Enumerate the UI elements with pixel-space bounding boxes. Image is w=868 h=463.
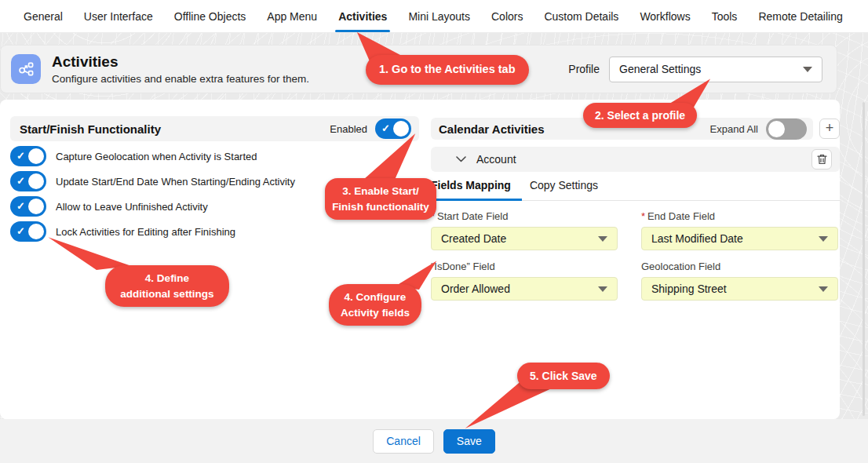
- callout-text: 2. Select a profile: [595, 108, 685, 123]
- required-marker: *: [641, 210, 645, 222]
- select-value: Shipping Street: [651, 283, 727, 295]
- calendar-activities-title: Calendar Activities: [439, 122, 545, 136]
- toggle-knob: [28, 199, 44, 214]
- object-name: Account: [476, 153, 811, 166]
- page-background: Activities Configure activities and enab…: [0, 33, 868, 463]
- chevron-down-icon: [819, 286, 828, 292]
- tab-activities[interactable]: Activities: [338, 0, 387, 33]
- enabled-group: Enabled ✓: [330, 118, 411, 139]
- check-icon: ✓: [16, 200, 25, 212]
- tab-remote-detailing[interactable]: Remote Detailing: [758, 0, 842, 33]
- tab-general[interactable]: General: [24, 0, 63, 33]
- toggle-row: ✓ Lock Activities for Editing after Fini…: [10, 221, 419, 242]
- tab-tools[interactable]: Tools: [712, 0, 738, 33]
- activities-app-icon: [11, 54, 41, 84]
- calendar-activities-section: Calendar Activities Expand All + Acc: [431, 118, 840, 301]
- add-object-button[interactable]: +: [819, 118, 840, 139]
- settings-tab-bar: General User Interface Offline Objects A…: [0, 0, 868, 33]
- callout-text: additional settings: [120, 286, 213, 302]
- select-value: Created Date: [441, 232, 506, 245]
- field-label: *End Date Field: [641, 210, 838, 222]
- profile-label: Profile: [568, 63, 600, 75]
- toggle-knob: [28, 148, 44, 164]
- toggle-knob: [28, 224, 44, 239]
- callout-text: 1. Go to the Activities tab: [379, 61, 516, 78]
- callout-step-1: 1. Go to the Activities tab: [366, 55, 529, 85]
- main-panel: Start/Finish Functionality Enabled ✓ ✓ C…: [0, 100, 840, 419]
- callout-step-4-configure: 4. Configure Activity fields: [329, 284, 421, 326]
- start-date-field-select[interactable]: Created Date: [431, 227, 618, 250]
- tab-custom-details[interactable]: Custom Details: [544, 0, 618, 33]
- profile-select[interactable]: General Settings: [609, 57, 822, 82]
- fields-mapping-grid: *Start Date Field Created Date *End Date…: [431, 210, 840, 301]
- toggle-knob: [393, 121, 409, 137]
- enabled-label: Enabled: [330, 123, 367, 135]
- cancel-button[interactable]: Cancel: [373, 429, 434, 454]
- end-date-field-select[interactable]: Last Modified Date: [641, 227, 838, 250]
- subtab-copy-settings[interactable]: Copy Settings: [530, 179, 598, 200]
- capture-geolocation-toggle[interactable]: ✓: [10, 146, 46, 166]
- field-label: Geolocation Field: [641, 261, 838, 272]
- toggle-label: Allow to Leave Unfinished Activity: [56, 201, 208, 213]
- field-end-date: *End Date Field Last Modified Date: [641, 210, 838, 250]
- toggle-knob: [768, 121, 785, 137]
- select-value: Last Modified Date: [651, 232, 743, 245]
- toggle-row: ✓ Capture Geolocation when Activity is S…: [10, 146, 419, 166]
- toggle-label: Lock Activities for Editing after Finish…: [56, 226, 235, 238]
- callout-text: Activity fields: [341, 305, 410, 321]
- chevron-down-icon: [819, 236, 828, 242]
- profile-select-value: General Settings: [619, 63, 701, 75]
- toggle-label: Update Start/End Date When Starting/Endi…: [56, 176, 295, 188]
- plus-icon: +: [826, 121, 834, 135]
- check-icon: ✓: [16, 150, 25, 162]
- toggle-label: Capture Geolocation when Activity is Sta…: [56, 151, 257, 162]
- delete-object-button[interactable]: [811, 149, 832, 170]
- tab-mini-layouts[interactable]: Mini Layouts: [408, 0, 470, 33]
- chevron-down-icon: [598, 286, 607, 292]
- tab-app-menu[interactable]: App Menu: [267, 0, 317, 33]
- lock-activities-toggle[interactable]: ✓: [10, 221, 46, 242]
- enabled-toggle[interactable]: ✓: [375, 118, 411, 139]
- check-icon: ✓: [16, 225, 25, 237]
- expand-all-toggle[interactable]: [766, 118, 807, 140]
- callout-text: Finish functionality: [332, 199, 429, 215]
- tab-user-interface[interactable]: User Interface: [84, 0, 153, 33]
- field-isdone: “IsDone” Field Order Allowed: [431, 261, 618, 301]
- callout-text: 4. Configure: [345, 290, 407, 305]
- chevron-down-icon: [803, 67, 812, 72]
- expand-all-group: Expand All: [710, 118, 807, 140]
- chevron-down-icon: [598, 236, 607, 242]
- profile-row: Profile General Settings: [568, 57, 822, 82]
- tab-offline-objects[interactable]: Offline Objects: [174, 0, 246, 33]
- start-finish-title: Start/Finish Functionality: [20, 122, 161, 136]
- share-hierarchy-icon: [16, 60, 35, 78]
- expand-all-label: Expand All: [710, 123, 758, 135]
- callout-step-3: 3. Enable Start/ Finish functionality: [325, 178, 436, 220]
- geolocation-field-select[interactable]: Shipping Street: [641, 277, 838, 301]
- field-geolocation: Geolocation Field Shipping Street: [641, 261, 838, 301]
- tab-workflows[interactable]: Workflows: [640, 0, 690, 33]
- save-button[interactable]: Save: [443, 429, 495, 454]
- account-object-row[interactable]: Account: [431, 147, 840, 172]
- object-subtabs: Fields Mapping Copy Settings: [431, 179, 840, 201]
- callout-text: 5. Click Save: [530, 368, 597, 384]
- isdone-field-select[interactable]: Order Allowed: [431, 277, 618, 301]
- start-finish-header: Start/Finish Functionality Enabled ✓: [10, 116, 419, 141]
- update-start-end-toggle[interactable]: ✓: [10, 171, 46, 191]
- field-label: *Start Date Field: [431, 210, 618, 222]
- allow-leave-unfinished-toggle[interactable]: ✓: [10, 196, 46, 217]
- callout-text: 4. Define: [145, 271, 189, 286]
- check-icon: ✓: [381, 122, 390, 134]
- footer-action-bar: Cancel Save: [0, 419, 868, 463]
- callout-text: 3. Enable Start/: [342, 184, 419, 199]
- callout-step-4: 4. Define additional settings: [105, 265, 229, 307]
- callout-step-5: 5. Click Save: [517, 363, 610, 389]
- chevron-down-icon[interactable]: [456, 156, 466, 162]
- scrollbar[interactable]: [863, 102, 865, 416]
- subtab-fields-mapping[interactable]: Fields Mapping: [431, 179, 511, 200]
- tab-colors[interactable]: Colors: [491, 0, 523, 33]
- check-icon: ✓: [16, 175, 25, 187]
- toggle-knob: [28, 173, 44, 189]
- trash-icon: [817, 154, 827, 165]
- callout-step-2: 2. Select a profile: [583, 103, 697, 128]
